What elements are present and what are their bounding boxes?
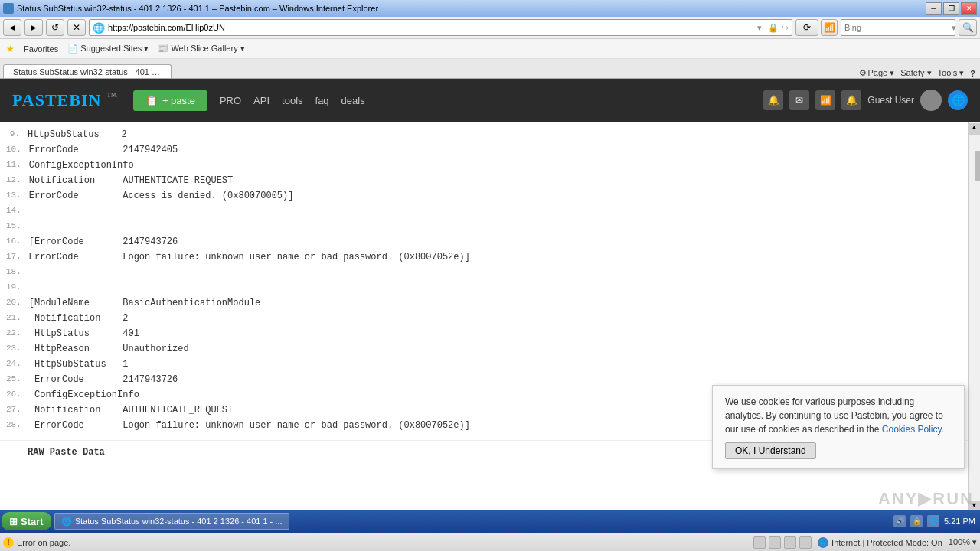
line-code: Notification AUTHENTICATE_REQUEST (29, 403, 233, 418)
line-row: 10.ErrorCode 2147942405 (0, 143, 968, 158)
close-button[interactable]: ✕ (961, 2, 977, 15)
line-row: 23. HttpReason Unauthorized (0, 342, 968, 357)
line-row: 12.Notification AUTHENTICATE_REQUEST (0, 174, 968, 189)
scrollbar[interactable]: ▲ ▼ (968, 122, 980, 515)
browser-toolbar: ◄ ► ↺ ✕ 🌐 ▾ 🔒 ↪ ⟳ 📶 ▾ 🔍 🔍 (0, 17, 980, 39)
favorites-star: ★ (6, 44, 15, 54)
line-code: HttpReason Unauthorized (29, 342, 189, 357)
settings-icon: ⚙ (859, 68, 867, 78)
line-code: ConfigExceptionInfo (29, 388, 139, 403)
cookie-text: We use cookies for various purposes incl… (725, 395, 952, 436)
favorites-bar: ★ Favorites 📄 Suggested Sites ▾ 📰 Web Sl… (0, 39, 980, 59)
content-area: 9.HttpSubStatus 210.ErrorCode 2147942405… (0, 122, 980, 515)
line-row: 17.ErrorCode Logon failure: unknown user… (0, 250, 968, 266)
pastebin-logo: PASTEBIN ™ (12, 90, 118, 110)
line-code: [ModuleName BasicAuthenticationModule (29, 296, 260, 311)
nav-tools[interactable]: tools (282, 95, 302, 106)
refresh-page-button[interactable]: ⟳ (795, 19, 818, 36)
window-controls[interactable]: ─ ❐ ✕ (926, 2, 977, 15)
restore-button[interactable]: ❐ (943, 2, 959, 15)
cookie-banner: We use cookies for various purposes incl… (712, 385, 965, 469)
refresh-button[interactable]: ↺ (46, 19, 64, 36)
line-row: 21. Notification 2 (0, 311, 968, 327)
line-code: ErrorCode Logon failure: unknown user na… (29, 250, 470, 265)
line-row: 19. (0, 281, 968, 296)
favorites-label[interactable]: Favorites (24, 44, 58, 54)
title-bar: Status SubStatus win32-status - 401 2 13… (0, 0, 980, 17)
scroll-thumb[interactable] (975, 151, 981, 181)
page-btn[interactable]: Page ▾ (868, 68, 895, 78)
line-code: Notification AUTHENTICATE_REQUEST (29, 174, 233, 188)
line-row: 9.HttpSubStatus 2 (0, 128, 968, 143)
signal-icon[interactable]: 📶 (815, 90, 835, 110)
paste-icon: 📋 (145, 95, 158, 106)
help-icon: ? (970, 69, 975, 78)
pastebin-header: PASTEBIN ™ 📋 + paste PRO API tools faq d… (0, 79, 980, 122)
stop-button[interactable]: ✕ (67, 19, 86, 36)
nav-links: PRO API tools faq deals (220, 95, 365, 106)
line-code: ConfigExceptionInfo (29, 158, 134, 173)
line-code: HttpSubStatus 2 (28, 128, 127, 142)
line-code: HttpStatus 401 (29, 327, 139, 341)
line-row: 15. (0, 220, 968, 235)
line-row: 14. (0, 204, 968, 220)
scroll-up[interactable]: ▲ (969, 123, 980, 135)
window-title: Status SubStatus win32-status - 401 2 13… (17, 4, 378, 13)
ie-icon (3, 3, 14, 14)
line-code: HttpSubStatus 1 (29, 357, 129, 372)
line-row: 16.[ErrorCode 2147943726 (0, 235, 968, 250)
globe-button[interactable]: 🌐 (948, 90, 968, 110)
paste-button[interactable]: 📋 + paste (133, 90, 207, 111)
tools-nav-btn[interactable]: Tools ▾ (938, 68, 965, 78)
user-avatar[interactable] (920, 90, 942, 111)
rss-button[interactable]: 📶 (821, 19, 838, 36)
line-code: ErrorCode 2147943726 (29, 373, 178, 387)
search-wrap[interactable]: ▾ 🔍 (841, 19, 956, 36)
search-input[interactable] (844, 23, 950, 32)
search-button[interactable]: 🔍 (959, 19, 977, 36)
safety-btn[interactable]: Safety ▾ (900, 68, 931, 78)
line-code: ErrorCode Access is denied. (0x80070005)… (29, 189, 294, 204)
cookie-policy-link[interactable]: Cookies Policy. (882, 424, 944, 435)
tab-label: Status SubStatus win32-status - 401 2 13… (13, 67, 172, 77)
help-button[interactable]: ? (970, 69, 975, 78)
address-input[interactable] (108, 23, 754, 32)
tools-btn[interactable]: Tools ▾ (938, 68, 965, 78)
safety-nav[interactable]: Safety ▾ (900, 68, 931, 78)
notifications-icon[interactable]: 🔔 (763, 90, 783, 110)
forward-button[interactable]: ► (24, 19, 43, 36)
web-slice-gallery[interactable]: 📰 Web Slice Gallery ▾ (158, 44, 244, 54)
line-row: 22. HttpStatus 401 (0, 327, 968, 342)
minimize-button[interactable]: ─ (926, 2, 942, 15)
line-row: 11.ConfigExceptionInfo (0, 158, 968, 174)
nav-faq[interactable]: faq (315, 95, 329, 106)
active-tab[interactable]: Status SubStatus win32-status - 401 2 13… (3, 64, 172, 78)
taskbar-ie-item[interactable]: 🌐 Status SubStatus win32-status - 401 2 … (54, 513, 289, 515)
back-button[interactable]: ◄ (3, 19, 21, 36)
nav-pro[interactable]: PRO (220, 95, 241, 106)
bell-icon[interactable]: 🔔 (841, 90, 861, 110)
nav-api[interactable]: API (253, 95, 270, 106)
mail-icon[interactable]: ✉ (789, 90, 809, 110)
header-right: 🔔 ✉ 📶 🔔 Guest User 🌐 (763, 90, 968, 111)
suggested-sites[interactable]: 📄 Suggested Sites ▾ (67, 44, 149, 54)
taskbar: ⊞ Start 🌐 Status SubStatus win32-status … (0, 510, 980, 515)
user-info: Guest User (867, 95, 914, 106)
start-button[interactable]: ⊞ Start (2, 512, 51, 515)
line-row: 20.[ModuleName BasicAuthenticationModule (0, 296, 968, 311)
taskbar-items: 🌐 Status SubStatus win32-status - 401 2 … (54, 513, 289, 515)
line-code: Notification 2 (29, 311, 129, 326)
line-code: ErrorCode 2147942405 (29, 143, 178, 158)
cookie-ok-button[interactable]: OK, I Understand (725, 442, 816, 459)
user-label: Guest User (867, 95, 914, 106)
address-bar[interactable]: 🌐 ▾ 🔒 ↪ (89, 19, 792, 36)
line-row: 24. HttpSubStatus 1 (0, 357, 968, 373)
line-code: ErrorCode Logon failure: unknown user na… (29, 419, 470, 433)
line-row: 13.ErrorCode Access is denied. (0x800700… (0, 189, 968, 204)
line-code: [ErrorCode 2147943726 (29, 235, 178, 249)
tab-bar: Status SubStatus win32-status - 401 2 13… (0, 59, 980, 79)
tools-nav[interactable]: ⚙ Page ▾ (859, 68, 895, 78)
nav-deals[interactable]: deals (341, 95, 365, 106)
line-row: 18. (0, 266, 968, 281)
